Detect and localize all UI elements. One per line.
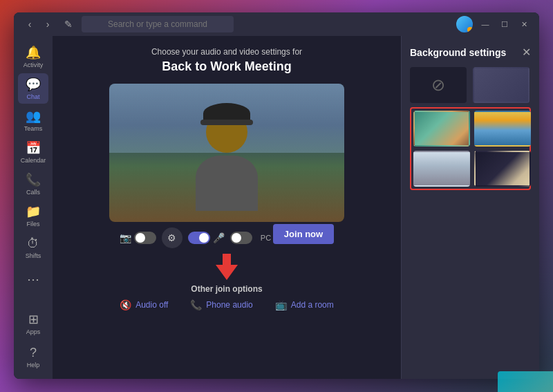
close-window-button[interactable]: ✕ — [517, 17, 531, 31]
sidebar-item-files[interactable]: 📁 Files — [18, 200, 48, 231]
join-options-row: 🔇 Audio off 📞 Phone audio 📺 Add a room — [120, 299, 334, 310]
background-panel: Background settings ✕ ⊘ — [401, 36, 539, 379]
other-join-title: Other join options — [120, 284, 334, 294]
mic-icon: 🎤 — [213, 232, 225, 243]
bg-thumb-none[interactable]: ⊘ — [410, 67, 467, 103]
sidebar-label-chat: Chat — [26, 93, 39, 100]
sidebar-label-files: Files — [26, 221, 39, 227]
chat-icon: 💬 — [26, 77, 41, 92]
titlebar-right: — ☐ ✕ — [456, 16, 531, 32]
bg-selected-inner-2 — [413, 151, 527, 187]
apps-icon: ⊞ — [28, 312, 39, 327]
video-settings-button[interactable]: ⚙ — [162, 227, 182, 248]
sidebar-item-help[interactable]: ? Help — [18, 342, 48, 372]
sidebar-label-activity: Activity — [24, 62, 44, 68]
camera-toggle[interactable] — [134, 232, 156, 244]
arrow-container — [216, 254, 238, 280]
bg-selected-inner — [413, 111, 527, 147]
video-preview — [109, 84, 344, 222]
bg-selected-group — [410, 107, 531, 190]
titlebar: ‹ › ✎ — ☐ ✕ — [14, 12, 539, 36]
sidebar-item-chat[interactable]: 💬 Chat — [18, 73, 48, 104]
mic-toggle-group: 🎤 — [188, 232, 225, 244]
arrow-head — [216, 265, 238, 280]
camera-toggle-knob — [135, 233, 145, 243]
speaker-toggle[interactable] — [230, 232, 252, 244]
sidebar-item-calendar[interactable]: 📅 Calendar — [18, 137, 48, 167]
bg-panel-title: Background settings — [410, 47, 506, 58]
search-input[interactable] — [82, 16, 234, 32]
main-area: 🔔 Activity 💬 Chat 👥 Teams 📅 Calendar 📞 C… — [14, 36, 539, 379]
bg-thumb-interior[interactable] — [474, 151, 531, 187]
edit-icon: ✎ — [61, 17, 76, 32]
camera-toggle-group: 📷 — [120, 232, 156, 244]
sidebar: 🔔 Activity 💬 Chat 👥 Teams 📅 Calendar 📞 C… — [14, 36, 53, 379]
bg-panel-close-button[interactable]: ✕ — [522, 46, 531, 59]
maximize-button[interactable]: ☐ — [498, 17, 512, 31]
add-room-icon: 📺 — [275, 299, 287, 310]
activity-icon: 🔔 — [26, 45, 41, 60]
content-area: Choose your audio and video settings for… — [53, 36, 401, 379]
phone-audio-icon: 📞 — [190, 299, 202, 310]
sidebar-item-teams[interactable]: 👥 Teams — [18, 105, 48, 136]
sidebar-item-calls[interactable]: 📞 Calls — [18, 169, 48, 199]
sidebar-item-more[interactable]: ⋯ — [18, 264, 48, 295]
sidebar-item-shifts[interactable]: ⏱ Shifts — [18, 232, 48, 263]
minimize-button[interactable]: — — [478, 17, 492, 31]
speaker-toggle-knob — [232, 233, 241, 243]
sidebar-label-teams: Teams — [24, 125, 43, 132]
help-icon: ? — [30, 346, 37, 360]
other-join-section: Other join options 🔇 Audio off 📞 Phone a… — [120, 284, 334, 310]
red-arrow-group — [216, 254, 238, 280]
app-window: ‹ › ✎ — ☐ ✕ 🔔 Activity 💬 — [14, 12, 539, 379]
nav-back-button[interactable]: ‹ — [22, 17, 37, 32]
join-button[interactable]: Join now — [273, 224, 334, 244]
meeting-title: Back to Work Meeting — [162, 59, 292, 74]
person-head — [206, 111, 247, 153]
sidebar-label-shifts: Shifts — [26, 252, 41, 259]
none-icon: ⊘ — [431, 75, 445, 95]
bg-thumb-outdoor[interactable] — [474, 111, 531, 147]
join-option-add-room[interactable]: 📺 Add a room — [275, 299, 334, 310]
more-icon: ⋯ — [27, 272, 39, 287]
sidebar-item-apps[interactable]: ⊞ Apps — [18, 308, 48, 339]
sidebar-label-apps: Apps — [26, 328, 41, 335]
sidebar-bottom: ⊞ Apps ? Help — [18, 308, 48, 373]
bg-thumbnails-top: ⊘ — [410, 67, 531, 103]
teams-icon: 👥 — [26, 109, 41, 124]
bg-thumb-blur[interactable] — [473, 67, 529, 103]
add-room-label: Add a room — [291, 300, 334, 310]
bg-thumb-office1[interactable] — [413, 111, 470, 147]
video-background — [109, 84, 344, 222]
bg-panel-header: Background settings ✕ — [410, 46, 531, 59]
settings-icon: ⚙ — [167, 232, 176, 243]
sidebar-item-activity[interactable]: 🔔 Activity — [18, 41, 48, 72]
files-icon: 📁 — [26, 204, 41, 219]
audio-off-icon: 🔇 — [120, 299, 131, 310]
join-option-phone-audio[interactable]: 📞 Phone audio — [190, 299, 252, 310]
person-body — [196, 156, 258, 211]
person-cap-brim — [200, 120, 253, 125]
meeting-setup: Choose your audio and video settings for… — [53, 36, 401, 379]
mic-toggle-knob — [199, 233, 209, 243]
avatar[interactable] — [456, 16, 473, 32]
titlebar-left: ‹ › ✎ — [22, 16, 234, 32]
join-option-audio-off[interactable]: 🔇 Audio off — [120, 299, 168, 310]
nav-buttons: ‹ › — [22, 17, 55, 32]
sidebar-label-calendar: Calendar — [21, 157, 46, 164]
bg-thumb-room1[interactable] — [413, 151, 470, 187]
calls-icon: 📞 — [26, 172, 41, 187]
phone-audio-label: Phone audio — [206, 300, 252, 310]
controls-bar: 📷 ⚙ 🎤 — [120, 222, 334, 251]
meeting-subtitle: Choose your audio and video settings for — [151, 47, 302, 57]
person-silhouette — [185, 111, 268, 222]
shifts-icon: ⏱ — [27, 236, 39, 251]
nav-forward-button[interactable]: › — [40, 17, 55, 32]
avatar-badge — [467, 27, 473, 32]
camera-icon: 📷 — [120, 232, 131, 243]
audio-off-label: Audio off — [135, 300, 168, 310]
mic-toggle[interactable] — [188, 232, 210, 244]
corner-decoration — [498, 371, 553, 392]
window-controls: — ☐ ✕ — [478, 17, 531, 31]
speaker-toggle-group — [230, 232, 252, 244]
